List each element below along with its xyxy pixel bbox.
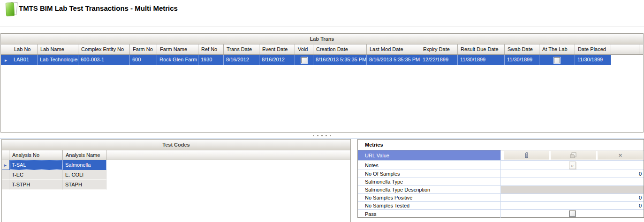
cell-expiry-date[interactable]: 12/22/1899	[420, 55, 458, 65]
url-value-field[interactable]: ×	[500, 150, 644, 160]
url-value-button-strip: ×	[502, 151, 643, 160]
cell-analysis-name[interactable]: Salmonella	[63, 160, 106, 170]
no-of-samples-label: No Of Samples	[358, 170, 500, 178]
lab-trans-row[interactable]: ▸ LAB01 Lab Technologies 600-003-1 600 R…	[1, 55, 643, 65]
no-samples-positive-label: No Samples Positive	[358, 194, 500, 201]
col-header-farm-no[interactable]: Farm No	[130, 44, 157, 54]
row-selector-arrow-icon: ▸	[5, 55, 7, 65]
test-codes-panel-title: Test Codes	[2, 140, 350, 150]
cell-farm-name[interactable]: Rock Glen Farm	[157, 55, 198, 65]
no-samples-tested-field[interactable]: 0	[500, 202, 644, 209]
pass-checkbox[interactable]	[569, 211, 576, 217]
cell-trans-date[interactable]: 8/16/2012	[224, 55, 259, 65]
cell-analysis-no[interactable]: T-SAL	[9, 160, 63, 170]
paperclip-icon	[524, 152, 529, 159]
lab-trans-header-row: Lab No Lab Name Complex Entity No Farm N…	[1, 44, 643, 55]
cell-last-mod-date[interactable]: 8/16/2013 5:35:35 PM	[367, 55, 420, 65]
notes-field[interactable]: a	[500, 161, 644, 170]
no-samples-positive-field[interactable]: 0	[500, 194, 644, 201]
col-header-empty	[611, 44, 639, 54]
no-samples-tested-value[interactable]: 0	[501, 203, 644, 208]
cell-analysis-name[interactable]: E. COLI	[63, 170, 106, 180]
cell-date-placed[interactable]: 11/30/1899	[575, 55, 611, 65]
cell-event-date[interactable]: 8/16/2012	[259, 55, 295, 65]
attach-url-button[interactable]	[504, 151, 549, 160]
metrics-row-no-of-samples[interactable]: No Of Samples 0	[358, 170, 644, 178]
horizontal-splitter[interactable]	[0, 133, 644, 138]
pass-field[interactable]	[500, 210, 644, 218]
col-header-lab-name[interactable]: Lab Name	[38, 44, 78, 54]
pass-label: Pass	[358, 210, 500, 218]
cell-analysis-no[interactable]: T-EC	[9, 170, 63, 180]
col-header-lab-no[interactable]: Lab No	[11, 44, 38, 54]
test-codes-header-row: Analysis No Analysis Name	[2, 150, 350, 160]
salmonella-type-description-field	[500, 186, 644, 193]
col-header-void[interactable]: Void	[295, 44, 313, 54]
metrics-row-salmonella-type-description[interactable]: Salmonella Type Description	[358, 186, 644, 194]
open-url-button[interactable]	[551, 151, 596, 160]
cell-creation-date[interactable]: 8/16/2013 5:35:35 PM	[313, 55, 367, 65]
no-samples-tested-label: No Samples Tested	[358, 202, 500, 209]
col-header-creation-date[interactable]: Creation Date	[313, 44, 367, 54]
notes-label: Notes	[358, 161, 500, 170]
no-samples-positive-value[interactable]: 0	[501, 195, 644, 200]
at-the-lab-checkbox[interactable]	[554, 57, 560, 63]
col-header-result-due-date[interactable]: Result Due Date	[458, 44, 505, 54]
col-header-at-the-lab[interactable]: At The Lab	[539, 44, 575, 54]
cell-complex-entity-no[interactable]: 600-003-1	[78, 55, 130, 65]
no-of-samples-field[interactable]: 0	[500, 170, 644, 178]
disabled-value-area	[501, 186, 644, 193]
metrics-row-no-samples-tested[interactable]: No Samples Tested 0	[358, 202, 644, 210]
notes-a-icon[interactable]: a	[569, 162, 576, 169]
test-codes-row[interactable]: T-STPH STAPH	[2, 180, 350, 190]
col-header-ref-no[interactable]: Ref No	[198, 44, 224, 54]
col-header-last-mod-date[interactable]: Last Mod Date	[367, 44, 420, 54]
col-header-analysis-no[interactable]: Analysis No	[9, 150, 63, 160]
cell-lab-name[interactable]: Lab Technologies	[38, 55, 78, 65]
col-header-analysis-name[interactable]: Analysis Name	[63, 150, 106, 160]
col-header-trans-date[interactable]: Trans Date	[224, 44, 259, 54]
metrics-row-url-value[interactable]: URL Value ×	[358, 150, 644, 161]
cell-void[interactable]	[295, 55, 313, 65]
cell-analysis-no[interactable]: T-STPH	[9, 180, 63, 190]
lab-trans-panel-title: Lab Trans	[1, 34, 643, 44]
col-header-date-placed[interactable]: Date Placed	[575, 44, 611, 54]
metrics-panel: Metrics URL Value ×	[357, 139, 644, 218]
splitter-grip-icon	[313, 135, 314, 136]
row-selector-header	[2, 150, 9, 160]
app-header: TMTS BIM Lab Test Transactions - Multi M…	[0, 0, 644, 26]
cell-lab-no[interactable]: LAB01	[11, 55, 38, 65]
metrics-row-pass[interactable]: Pass	[358, 210, 644, 218]
cell-farm-no[interactable]: 600	[130, 55, 157, 65]
header-divider	[0, 26, 644, 27]
metrics-row-notes[interactable]: Notes a	[358, 161, 644, 170]
test-codes-row[interactable]: T-EC E. COLI	[2, 170, 350, 180]
col-header-farm-name[interactable]: Farm Name	[157, 44, 198, 54]
metrics-row-salmonella-type[interactable]: Salmonella Type	[358, 178, 644, 186]
cell-analysis-name[interactable]: STAPH	[63, 180, 106, 190]
row-selector-cell[interactable]: ▸	[2, 160, 9, 170]
metrics-row-no-samples-positive[interactable]: No Samples Positive 0	[358, 194, 644, 202]
test-codes-row[interactable]: ▸ T-SAL Salmonella	[2, 160, 350, 170]
cell-ref-no[interactable]: 1930	[198, 55, 224, 65]
void-checkbox[interactable]	[301, 57, 307, 63]
row-selector-cell[interactable]	[2, 180, 9, 190]
col-header-swab-date[interactable]: Swab Date	[505, 44, 539, 54]
row-selector-cell[interactable]: ▸	[1, 55, 11, 65]
col-header-complex-entity-no[interactable]: Complex Entity No	[78, 44, 130, 54]
salmonella-type-field[interactable]	[500, 178, 644, 185]
col-header-expiry-date[interactable]: Expiry Date	[420, 44, 458, 54]
salmonella-type-description-label: Salmonella Type Description	[358, 186, 500, 193]
cell-at-the-lab[interactable]	[539, 55, 575, 65]
cell-result-due-date[interactable]: 11/30/1899	[458, 55, 505, 65]
metrics-panel-title: Metrics	[358, 140, 644, 150]
no-of-samples-value[interactable]: 0	[501, 171, 644, 177]
salmonella-type-label: Salmonella Type	[358, 178, 500, 185]
cell-swab-date[interactable]: 11/30/1899	[505, 55, 539, 65]
col-header-event-date[interactable]: Event Date	[259, 44, 295, 54]
page-title: TMTS BIM Lab Test Transactions - Multi M…	[19, 4, 178, 12]
clear-url-button[interactable]: ×	[598, 151, 643, 160]
lab-trans-panel: Lab Trans Lab No Lab Name Complex Entity…	[0, 33, 644, 133]
row-selector-cell[interactable]	[2, 170, 9, 180]
app-green-folder-icon	[4, 1, 19, 17]
